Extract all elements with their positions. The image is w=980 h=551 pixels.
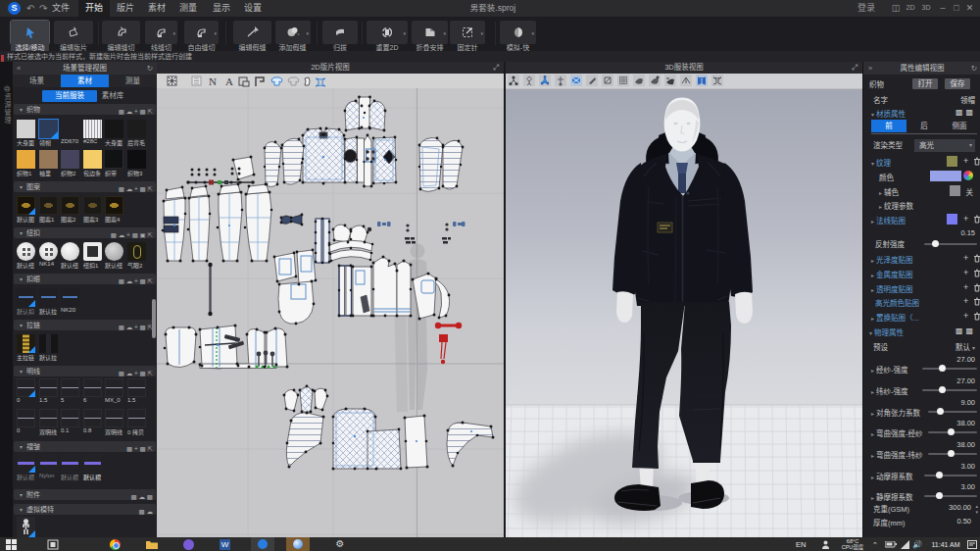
svg-text:N: N [209, 75, 217, 87]
svg-text:A: A [225, 75, 233, 87]
